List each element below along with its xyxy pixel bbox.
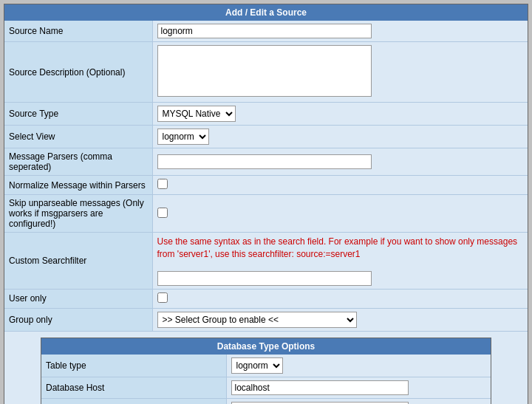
skip-unparseable-cell [152, 195, 528, 233]
message-parsers-input[interactable] [157, 154, 372, 169]
group-only-cell: >> Select Group to enable << [152, 308, 528, 331]
table-type-cell: lognorm [226, 355, 491, 377]
table-type-label: Table type [41, 355, 226, 377]
skip-unparseable-row: Skip unparseable messages (Only works if… [4, 195, 528, 233]
main-container: Add / Edit a Source Source Name Source D… [4, 4, 528, 404]
select-view-cell: lognorm [152, 126, 528, 148]
db-name-label: Database Name [41, 398, 226, 404]
message-parsers-label: Message Parsers (comma seperated) [4, 148, 152, 176]
select-view-label: Select View [4, 126, 152, 148]
db-name-input[interactable] [231, 402, 409, 404]
skip-unparseable-label: Skip unparseable messages (Only works if… [4, 195, 152, 233]
select-view-row: Select View lognorm [4, 126, 528, 148]
message-parsers-cell [152, 148, 528, 176]
source-name-cell [152, 21, 528, 42]
db-name-cell [226, 398, 491, 404]
normalize-message-cell [152, 176, 528, 195]
db-host-label: Database Host [41, 377, 226, 398]
select-view-select[interactable]: lognorm [157, 129, 209, 145]
source-description-cell [152, 42, 528, 103]
custom-searchfilter-description: Use the same syntax as in the search fie… [157, 236, 524, 261]
user-only-checkbox[interactable] [157, 292, 168, 303]
table-type-select[interactable]: lognorm [231, 357, 283, 374]
db-section-title: Database Type Options [41, 338, 491, 355]
skip-unparseable-checkbox[interactable] [157, 208, 168, 218]
message-parsers-row: Message Parsers (comma seperated) [4, 148, 528, 176]
normalize-message-row: Normalize Message within Parsers [4, 176, 528, 195]
normalize-message-checkbox[interactable] [157, 179, 168, 189]
source-name-input[interactable] [157, 24, 372, 38]
custom-searchfilter-cell: Use the same syntax as in the search fie… [152, 233, 528, 290]
source-description-input[interactable] [157, 45, 372, 97]
db-name-row: Database Name [41, 398, 491, 404]
group-only-label: Group only [4, 308, 152, 331]
db-host-row: Database Host [41, 377, 491, 398]
group-only-row: Group only >> Select Group to enable << [4, 308, 528, 331]
source-type-cell: MYSQL Native [152, 103, 528, 126]
custom-searchfilter-label: Custom Searchfilter [4, 233, 152, 290]
source-type-row: Source Type MYSQL Native [4, 103, 528, 126]
custom-searchfilter-input[interactable] [157, 271, 372, 286]
db-form-table: Table type lognorm Database Host Databas… [41, 355, 491, 404]
user-only-label: User only [4, 289, 152, 308]
table-type-row: Table type lognorm [41, 355, 491, 377]
source-description-label: Source Description (Optional) [4, 42, 152, 103]
main-title: Add / Edit a Source [4, 4, 528, 21]
source-description-row: Source Description (Optional) [4, 42, 528, 103]
group-only-select[interactable]: >> Select Group to enable << [157, 312, 357, 328]
user-only-row: User only [4, 289, 528, 308]
source-type-select[interactable]: MYSQL Native [157, 106, 236, 122]
normalize-message-label: Normalize Message within Parsers [4, 176, 152, 195]
custom-searchfilter-row: Custom Searchfilter Use the same syntax … [4, 233, 528, 290]
user-only-cell [152, 289, 528, 308]
db-host-input[interactable] [231, 380, 409, 395]
source-type-label: Source Type [4, 103, 152, 126]
source-name-row: Source Name [4, 21, 528, 42]
db-host-cell [226, 377, 491, 398]
db-section-container: Database Type Options Table type lognorm… [41, 338, 491, 404]
source-name-label: Source Name [4, 21, 152, 42]
form-table: Source Name Source Description (Optional… [4, 21, 528, 332]
